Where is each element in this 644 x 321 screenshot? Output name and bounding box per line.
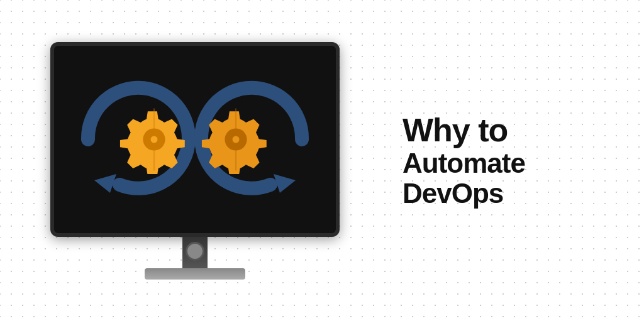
headline-why-to: Why to	[402, 112, 631, 148]
svg-point-4	[151, 136, 158, 143]
monitor-stand-neck	[182, 237, 208, 268]
right-panel: Why to Automate DevOps	[390, 0, 644, 321]
monitor-content	[54, 46, 336, 233]
monitor-container	[50, 42, 340, 280]
svg-point-7	[233, 136, 240, 143]
svg-marker-1	[274, 174, 296, 193]
left-gear-icon	[119, 105, 189, 174]
gears-row	[119, 105, 270, 174]
monitor-screen	[50, 42, 340, 237]
headline-automate-devops: Automate DevOps	[402, 148, 631, 209]
text-content: Why to Automate DevOps	[390, 100, 644, 222]
left-panel	[0, 0, 390, 321]
svg-marker-0	[94, 174, 116, 193]
right-gear-icon	[201, 105, 270, 174]
monitor-stand-base	[145, 268, 245, 280]
